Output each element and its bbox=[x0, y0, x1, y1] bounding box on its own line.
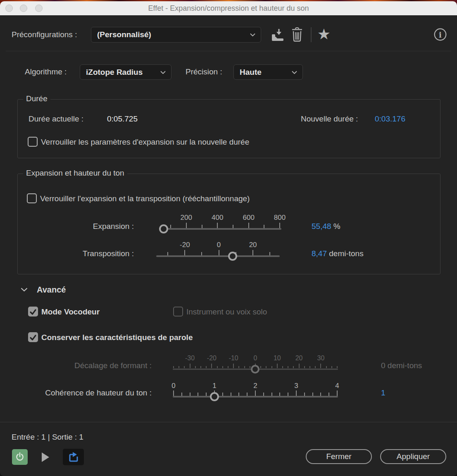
tick-label: 0 bbox=[217, 241, 221, 249]
stretch-value-number[interactable]: 55,48 bbox=[312, 222, 331, 231]
favorite-preset-button[interactable]: ★ bbox=[316, 26, 332, 43]
tick-label: 800 bbox=[274, 214, 286, 222]
preview-play-button[interactable] bbox=[40, 452, 50, 462]
save-preset-icon bbox=[271, 28, 285, 41]
tick-marks bbox=[164, 223, 281, 228]
tick-label: 0 bbox=[254, 355, 257, 362]
coherence-slider[interactable]: 0 1 2 3 4 bbox=[171, 382, 341, 402]
stretch-value[interactable]: 55,48 % bbox=[312, 222, 340, 231]
tick-label: 4 bbox=[335, 382, 339, 390]
duration-group-title: Durée bbox=[23, 94, 50, 103]
presets-dropdown[interactable]: (Personnalisé) bbox=[91, 27, 261, 43]
minimize-window-button[interactable] bbox=[20, 5, 27, 12]
tick-label: 400 bbox=[212, 214, 223, 222]
new-duration-value[interactable]: 0:03.176 bbox=[375, 114, 405, 124]
info-button[interactable]: i bbox=[433, 28, 447, 41]
coherence-slider-track[interactable] bbox=[173, 396, 338, 397]
stretch-slider[interactable]: 200 400 600 800 bbox=[160, 214, 284, 237]
stretch-slider-handle[interactable] bbox=[159, 224, 168, 233]
tick-label: -20 bbox=[207, 355, 217, 362]
advanced-section-title: Avancé bbox=[37, 285, 66, 295]
power-icon bbox=[15, 452, 24, 462]
chevron-down-icon bbox=[250, 33, 255, 37]
formant-value: 0 demi-tons bbox=[381, 361, 422, 370]
formant-slider: -30 -20 -10 0 10 20 30 bbox=[171, 355, 341, 374]
stretch-slider-track[interactable] bbox=[164, 228, 281, 230]
tick-label: -20 bbox=[180, 241, 190, 249]
presets-label: Préconfigurations : bbox=[12, 30, 77, 39]
current-duration-value: 0:05.725 bbox=[107, 114, 138, 124]
transpose-label: Transposition : bbox=[25, 249, 134, 258]
coherence-slider-handle[interactable] bbox=[210, 392, 219, 401]
current-duration-label: Durée actuelle : bbox=[29, 114, 83, 124]
delete-preset-button[interactable] bbox=[290, 26, 304, 43]
lock-duration-checkbox[interactable] bbox=[28, 137, 38, 147]
lock-stretch-label: Verrouiller l'expansion et la transposit… bbox=[40, 194, 250, 203]
play-icon bbox=[41, 452, 49, 462]
transpose-slider[interactable]: -20 0 20 bbox=[156, 241, 284, 264]
power-toggle-button[interactable] bbox=[12, 449, 28, 465]
check-icon bbox=[29, 334, 37, 341]
tick-label: 0 bbox=[171, 382, 175, 390]
formant-label: Décalage de formant : bbox=[58, 361, 152, 370]
check-icon bbox=[29, 308, 37, 316]
algorithm-dropdown[interactable]: iZotope Radius bbox=[80, 64, 171, 80]
tick-label: 1 bbox=[212, 382, 216, 390]
tick-label: 20 bbox=[295, 355, 303, 362]
transpose-value[interactable]: 8,47 demi-tons bbox=[312, 249, 364, 258]
loop-play-icon bbox=[68, 452, 79, 463]
titlebar: Effet - Expansion/compression et hauteur… bbox=[0, 1, 457, 15]
star-icon: ★ bbox=[317, 27, 331, 42]
tick-label: 600 bbox=[243, 214, 255, 222]
trash-icon bbox=[291, 27, 303, 43]
vocoder-label: Mode Vocodeur bbox=[41, 307, 100, 317]
tick-label: -10 bbox=[229, 355, 238, 362]
solo-checkbox bbox=[173, 307, 183, 317]
save-preset-button[interactable] bbox=[271, 27, 286, 42]
lock-stretch-checkbox[interactable] bbox=[27, 193, 37, 203]
tick-marks bbox=[173, 390, 338, 396]
transpose-slider-handle[interactable] bbox=[228, 252, 237, 261]
vocoder-checkbox[interactable] bbox=[28, 307, 38, 317]
precision-dropdown-value: Haute bbox=[234, 68, 262, 77]
io-channels-text: Entrée : 1 | Sortie : 1 bbox=[12, 433, 83, 442]
precision-label: Précision : bbox=[186, 67, 222, 76]
tick-label: 20 bbox=[249, 241, 257, 249]
stretch-label: Expansion : bbox=[25, 222, 134, 231]
coherence-value[interactable]: 1 bbox=[381, 388, 386, 397]
tick-marks bbox=[156, 250, 280, 255]
tick-label: 30 bbox=[317, 355, 324, 362]
apply-button[interactable]: Appliquer bbox=[380, 449, 446, 464]
tick-label: 2 bbox=[253, 382, 257, 390]
lock-duration-label: Verrouiller les paramètres d'expansion s… bbox=[41, 138, 249, 147]
preserve-speech-checkbox[interactable] bbox=[28, 332, 38, 342]
close-button[interactable]: Fermer bbox=[306, 449, 372, 464]
transpose-value-number[interactable]: 8,47 bbox=[312, 249, 327, 258]
chevron-down-icon bbox=[292, 71, 297, 74]
tick-label: -30 bbox=[185, 355, 195, 362]
tick-label: 3 bbox=[294, 382, 298, 390]
tick-label: 10 bbox=[274, 355, 281, 362]
section-divider bbox=[6, 51, 451, 51]
stretch-value-unit: % bbox=[333, 222, 340, 231]
info-icon: i bbox=[433, 28, 447, 41]
loop-playback-button[interactable] bbox=[63, 449, 84, 465]
precision-dropdown[interactable]: Haute bbox=[233, 64, 303, 80]
chevron-down-icon bbox=[21, 288, 28, 292]
window-title: Effet - Expansion/compression et hauteur… bbox=[0, 1, 457, 15]
algorithm-label: Algorithme : bbox=[25, 67, 67, 76]
chevron-down-icon bbox=[160, 71, 166, 74]
preserve-speech-label: Conserver les caractéristiques de parole bbox=[41, 333, 193, 342]
transpose-slider-track[interactable] bbox=[156, 255, 280, 257]
close-window-button[interactable] bbox=[5, 5, 13, 12]
formant-slider-handle bbox=[251, 365, 259, 374]
tick-label: 200 bbox=[181, 214, 192, 222]
toolbar-divider bbox=[311, 27, 312, 42]
new-duration-label: Nouvelle durée : bbox=[301, 114, 358, 124]
solo-label: Instrument ou voix solo bbox=[186, 307, 267, 317]
transpose-value-unit: demi-tons bbox=[329, 249, 363, 258]
advanced-section-toggle[interactable]: Avancé bbox=[21, 283, 103, 296]
footer-divider bbox=[0, 422, 457, 422]
svg-text:i: i bbox=[439, 31, 442, 39]
zoom-window-button[interactable] bbox=[35, 5, 43, 12]
